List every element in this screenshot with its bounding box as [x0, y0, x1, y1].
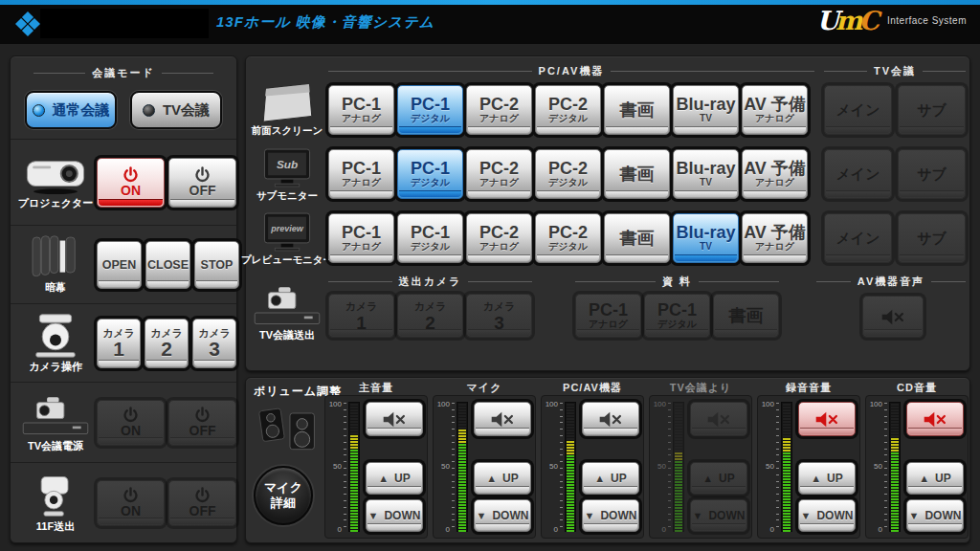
av-audio-mute-button[interactable]	[862, 296, 924, 338]
header-accent-strip	[0, 0, 980, 5]
btn-label: 書画	[729, 307, 764, 325]
volume-column-label: 録音音量	[757, 381, 860, 395]
curtain-close-button[interactable]: CLOSE	[145, 241, 190, 289]
scale-0: 0	[554, 525, 558, 534]
mic-detail-button[interactable]: マイク 詳細	[254, 466, 313, 525]
row3-document-camera-button[interactable]: 書画	[604, 213, 670, 263]
preview-monitor-icon: preview	[259, 211, 315, 253]
camera-control-section: カメラ操作 カメラ 1 カメラ 2 カメラ 3	[11, 303, 236, 382]
doc-pc1-digital-button[interactable]: PC-1デジタル	[644, 294, 710, 338]
btn-label: Blu-ray	[676, 224, 735, 242]
meter-scale: 100 50 0	[327, 402, 346, 532]
tv-meeting-label: TV会議	[163, 101, 210, 120]
tv-conference-power-off-button[interactable]: OFF	[168, 400, 236, 446]
btn-label: PC-1	[342, 96, 381, 114]
power-icon	[193, 165, 212, 184]
curtain-open-button[interactable]: OPEN	[97, 241, 142, 289]
volume-down-button[interactable]: ▼DOWN	[582, 499, 639, 532]
doc-pc1-analog-button[interactable]: PC-1アナログ	[575, 294, 641, 338]
sub-monitor-label: サブモニター	[256, 189, 318, 203]
volume-up-button[interactable]: ▲UP	[690, 462, 747, 495]
row1-bluray-tv-button[interactable]: Blu-rayTV	[673, 85, 739, 135]
btn-label: AV 予備	[744, 160, 806, 178]
mute-button[interactable]	[582, 402, 639, 436]
row2-pc2-digital-button[interactable]: PC-2デジタル	[535, 149, 601, 199]
mute-button[interactable]	[474, 402, 531, 436]
down-label: DOWN	[816, 509, 853, 522]
row3-tvconf-main-button[interactable]: メイン	[824, 213, 892, 263]
sub-monitor-row: Sub サブモニター PC-1アナログ PC-1デジタル PC-2アナログ PC…	[246, 145, 971, 205]
projector-icon	[22, 155, 89, 195]
projector-off-button[interactable]: OFF	[168, 158, 236, 208]
doc-shoga-button[interactable]: 書画	[713, 294, 779, 338]
scale-100: 100	[329, 400, 342, 408]
av-audio-header-label: AV機器音声	[858, 275, 924, 289]
camera-word: カメラ	[483, 299, 516, 314]
row1-document-camera-button[interactable]: 書画	[604, 85, 670, 135]
camera-2-button[interactable]: カメラ 2	[145, 319, 189, 368]
mute-button[interactable]	[690, 402, 747, 436]
camera-3-button[interactable]: カメラ 3	[192, 319, 236, 368]
volume-up-button[interactable]: ▲UP	[906, 462, 964, 495]
row2-pc1-analog-button[interactable]: PC-1アナログ	[328, 149, 394, 199]
row2-av-spare-button[interactable]: AV 予備アナログ	[742, 149, 808, 199]
normal-meeting-button[interactable]: 通常会議	[25, 91, 117, 129]
curtain-stop-button[interactable]: STOP	[194, 241, 239, 289]
volume-down-button[interactable]: ▼DOWN	[798, 499, 856, 532]
floor11-send-on-button[interactable]: ON	[97, 480, 165, 526]
row3-av-spare-button[interactable]: AV 予備アナログ	[742, 213, 808, 263]
row3-pc2-analog-button[interactable]: PC-2アナログ	[466, 213, 532, 263]
meter-scale: 100 50 0	[868, 402, 887, 532]
mute-button[interactable]	[906, 402, 964, 436]
front-screen-label: 前面スクリーン	[252, 124, 323, 138]
level-meter	[781, 402, 792, 532]
tv-meeting-button[interactable]: TV会議	[130, 91, 222, 129]
row2-tvconf-main-button[interactable]: メイン	[824, 149, 892, 199]
volume-down-button[interactable]: ▼DOWN	[690, 499, 747, 532]
volume-up-button[interactable]: ▲UP	[798, 462, 856, 495]
curtain-icon	[27, 235, 84, 279]
on-label: ON	[121, 184, 141, 198]
up-label: UP	[611, 472, 627, 485]
row3-pc1-digital-button[interactable]: PC-1デジタル	[397, 213, 463, 263]
row3-pc1-analog-button[interactable]: PC-1アナログ	[328, 213, 394, 263]
btn-sublabel: アナログ	[479, 177, 519, 188]
mute-button[interactable]	[798, 402, 856, 436]
volume-up-button[interactable]: ▲UP	[366, 462, 423, 495]
volume-down-button[interactable]: ▼DOWN	[474, 499, 531, 532]
row1-pc1-digital-button[interactable]: PC-1デジタル	[397, 85, 463, 135]
volume-up-button[interactable]: ▲UP	[474, 462, 531, 495]
projector-on-button[interactable]: ON	[97, 158, 165, 208]
camera-1-button[interactable]: カメラ 1	[97, 319, 141, 368]
mute-button[interactable]	[366, 402, 423, 436]
down-label: DOWN	[384, 509, 420, 522]
row1-av-spare-button[interactable]: AV 予備アナログ	[742, 85, 808, 135]
row1-tvconf-sub-button[interactable]: サブ	[898, 85, 966, 135]
row2-document-camera-button[interactable]: 書画	[604, 149, 670, 199]
send-camera-2-button[interactable]: カメラ 2	[397, 294, 463, 338]
volume-up-button[interactable]: ▲UP	[582, 462, 639, 495]
volume-down-button[interactable]: ▼DOWN	[906, 499, 964, 532]
floor11-send-off-button[interactable]: OFF	[168, 480, 236, 526]
row3-pc2-digital-button[interactable]: PC-2デジタル	[535, 213, 601, 263]
row2-pc1-digital-button[interactable]: PC-1デジタル	[397, 149, 463, 199]
row3-bluray-tv-button[interactable]: Blu-rayTV	[673, 213, 739, 263]
row2-pc2-analog-button[interactable]: PC-2アナログ	[466, 149, 532, 199]
tv-conference-power-on-button[interactable]: ON	[97, 400, 165, 446]
on-label: ON	[121, 504, 141, 518]
row1-pc2-analog-button[interactable]: PC-2アナログ	[466, 85, 532, 135]
row1-tvconf-main-button[interactable]: メイン	[824, 85, 892, 135]
send-camera-1-button[interactable]: カメラ 1	[328, 294, 394, 338]
floor11-send-section: 11F送出 ON OFF	[11, 462, 236, 542]
row1-pc1-analog-button[interactable]: PC-1アナログ	[328, 85, 394, 135]
row1-pc2-digital-button[interactable]: PC-2デジタル	[535, 85, 601, 135]
row2-bluray-tv-button[interactable]: Blu-rayTV	[673, 149, 739, 199]
btn-label: Blu-ray	[676, 96, 735, 114]
row3-tvconf-sub-button[interactable]: サブ	[898, 213, 966, 263]
tv-conference-header-label: TV会議	[874, 64, 916, 78]
btn-label: 書画	[620, 230, 655, 248]
btn-sublabel: デジタル	[657, 319, 697, 330]
send-camera-3-button[interactable]: カメラ 3	[466, 294, 532, 338]
volume-down-button[interactable]: ▼DOWN	[366, 499, 423, 532]
row2-tvconf-sub-button[interactable]: サブ	[898, 149, 966, 199]
